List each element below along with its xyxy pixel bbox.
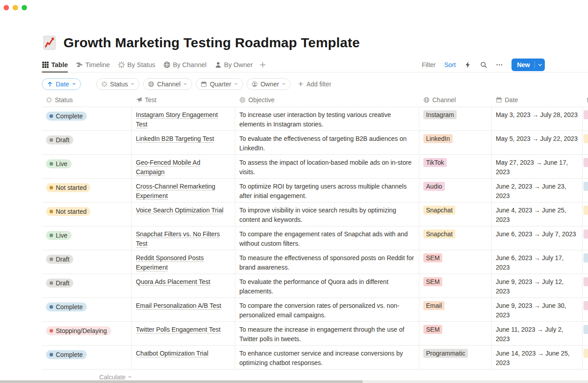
tab-by-owner[interactable]: By Owner — [215, 58, 253, 72]
test-cell[interactable]: Reddit Sponsored Posts Experiment — [132, 250, 235, 274]
status-badge[interactable]: Complete — [46, 302, 87, 311]
test-title-link[interactable]: Voice Search Optimization Trial — [136, 207, 224, 214]
channel-tag[interactable]: Email — [423, 301, 444, 310]
channel-tag[interactable]: Snapchat — [423, 206, 455, 215]
status-badge[interactable]: Not started — [46, 207, 90, 216]
status-cell[interactable]: Stopping/Delaying — [42, 322, 132, 346]
test-cell[interactable]: Cross-Channel Remarketing Experiment — [132, 179, 235, 203]
channel-tag[interactable]: SEM — [423, 253, 442, 262]
channel-tag[interactable]: Programmatic — [423, 349, 468, 358]
test-title-link[interactable]: Geo-Fenced Mobile Ad Campaign — [136, 159, 200, 176]
bolt-icon[interactable] — [464, 61, 471, 68]
status-cell[interactable]: Draft — [42, 131, 132, 155]
status-badge[interactable]: Stopping/Delaying — [46, 326, 111, 335]
test-title-link[interactable]: LinkedIn B2B Targeting Test — [136, 135, 214, 142]
filter-button[interactable]: Filter — [422, 61, 435, 68]
sort-button[interactable]: Sort — [444, 61, 456, 68]
test-cell[interactable]: Quora Ads Placement Test — [132, 274, 235, 298]
status-badge[interactable]: Not started — [46, 183, 90, 192]
channel-cell[interactable]: Email — [419, 298, 492, 322]
filter-chip-quarter[interactable]: Quarter — [196, 78, 242, 90]
test-cell[interactable]: Geo-Fenced Mobile Ad Campaign — [132, 155, 235, 179]
chart-increasing-icon[interactable] — [42, 35, 57, 50]
edge-cell[interactable] — [583, 155, 588, 179]
date-cell[interactable]: June 9, 2023 → June 30, 2023 — [492, 298, 583, 322]
status-badge[interactable]: Complete — [46, 350, 87, 359]
edge-cell[interactable] — [583, 298, 588, 322]
column-header-test[interactable]: Test — [132, 96, 235, 104]
objective-cell[interactable]: To compare the conversion rates of perso… — [235, 298, 419, 322]
channel-tag[interactable]: SEM — [423, 277, 442, 286]
date-cell[interactable]: June 6, 2023 → July 17, 2023 — [492, 250, 583, 274]
status-cell[interactable]: Not started — [42, 179, 132, 203]
chevron-down-icon[interactable] — [535, 63, 545, 68]
edge-cell[interactable] — [583, 107, 588, 131]
page-title[interactable]: Growth Marketing Testing Roadmap Templat… — [63, 34, 360, 52]
channel-cell[interactable]: Programmatic — [419, 346, 492, 369]
edge-cell[interactable] — [583, 203, 588, 226]
channel-tag[interactable]: LinkedIn — [423, 134, 453, 143]
close-window-button[interactable] — [4, 5, 9, 10]
date-cell[interactable]: June 4, 2023 → June 25, 2023 — [492, 203, 583, 226]
edge-cell[interactable] — [583, 250, 588, 274]
column-header-date[interactable]: Date — [492, 96, 583, 104]
objective-cell[interactable]: To measure the increase in engagement th… — [235, 322, 419, 346]
filter-chip-status[interactable]: Status — [96, 78, 140, 90]
status-cell[interactable]: Complete — [42, 298, 132, 322]
status-cell[interactable]: Draft — [42, 250, 132, 274]
status-cell[interactable]: Live — [42, 155, 132, 179]
date-cell[interactable]: June 6, 2023 → July 7, 2023 — [492, 226, 583, 250]
scrollbar-thumb[interactable] — [0, 380, 363, 383]
add-view-button[interactable] — [259, 61, 266, 68]
test-title-link[interactable]: Instagram Story Engagement Test — [136, 111, 218, 128]
channel-tag[interactable]: Audio — [423, 182, 445, 191]
search-icon[interactable] — [480, 61, 487, 68]
horizontal-scrollbar[interactable] — [0, 380, 588, 383]
channel-cell[interactable]: Instagram — [419, 107, 492, 131]
test-cell[interactable]: Twitter Polls Engagement Test — [132, 322, 235, 346]
edge-cell[interactable] — [583, 131, 588, 155]
status-badge[interactable]: Live — [46, 159, 72, 168]
test-title-link[interactable]: Reddit Sponsored Posts Experiment — [136, 254, 204, 271]
date-cell[interactable]: June 14, 2023 → June 25, 2023 — [492, 346, 583, 369]
objective-cell[interactable]: To optimize ROI by targeting users acros… — [235, 179, 419, 203]
channel-tag[interactable]: SEM — [423, 325, 442, 334]
channel-cell[interactable]: SEM — [419, 250, 492, 274]
objective-cell[interactable]: To enhance customer service and increase… — [235, 346, 419, 369]
tab-table[interactable]: Table — [42, 58, 68, 72]
channel-cell[interactable]: TikTok — [419, 155, 492, 179]
objective-cell[interactable]: To increase user interaction by testing … — [235, 107, 419, 131]
test-title-link[interactable]: Twitter Polls Engagement Test — [136, 326, 220, 333]
minimize-window-button[interactable] — [13, 5, 18, 10]
filter-chip-owner[interactable]: Owner — [247, 78, 291, 90]
test-title-link[interactable]: Snapchat Filters vs. No Filters Test — [136, 230, 220, 247]
filter-chip-channel[interactable]: Channel — [143, 78, 192, 90]
column-header[interactable] — [583, 97, 588, 103]
edge-cell[interactable] — [583, 179, 588, 203]
edge-cell[interactable] — [583, 346, 588, 369]
test-title-link[interactable]: Email Personalization A/B Test — [136, 302, 221, 309]
status-badge[interactable]: Draft — [46, 135, 73, 144]
channel-cell[interactable]: LinkedIn — [419, 131, 492, 155]
test-cell[interactable]: Email Personalization A/B Test — [132, 298, 235, 322]
status-cell[interactable]: Complete — [42, 346, 132, 369]
objective-cell[interactable]: To assess the impact of location-based m… — [235, 155, 419, 179]
status-badge[interactable]: Live — [46, 231, 72, 240]
new-button-label[interactable]: New — [512, 61, 534, 68]
objective-cell[interactable]: To compare the engagement rates of Snapc… — [235, 226, 419, 250]
maximize-window-button[interactable] — [22, 5, 27, 10]
date-cell[interactable]: June 9, 2023 → July 12, 2023 — [492, 274, 583, 298]
channel-cell[interactable]: SEM — [419, 322, 492, 346]
test-cell[interactable]: Snapchat Filters vs. No Filters Test — [132, 226, 235, 250]
date-cell[interactable]: May 5, 2023 → July 22, 2023 — [492, 131, 583, 155]
column-header-status[interactable]: Status — [42, 96, 132, 104]
date-cell[interactable]: May 3, 2023 → July 28, 2023 — [492, 107, 583, 131]
date-cell[interactable]: June 2, 2023 → June 23, 2023 — [492, 179, 583, 203]
edge-cell[interactable] — [583, 226, 588, 250]
column-header-channel[interactable]: Channel — [419, 96, 492, 104]
date-cell[interactable]: May 27, 2023 → June 17, 2023 — [492, 155, 583, 179]
channel-cell[interactable]: Snapchat — [419, 203, 492, 226]
channel-cell[interactable]: Snapchat — [419, 226, 492, 250]
tab-by-channel[interactable]: By Channel — [163, 58, 206, 72]
objective-cell[interactable]: To measure the effectiveness of sponsore… — [235, 250, 419, 274]
